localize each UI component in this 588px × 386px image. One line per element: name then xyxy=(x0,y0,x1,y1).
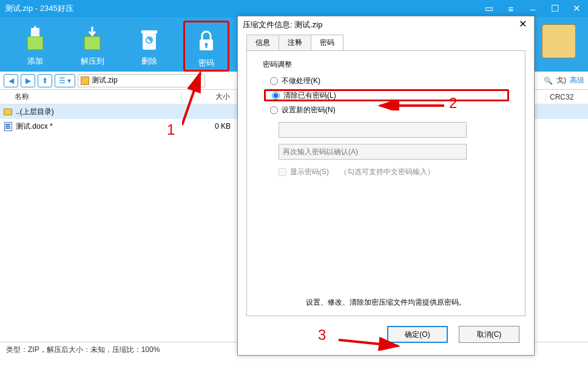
show-password-checkbox xyxy=(279,168,286,176)
window-title: 测试.zip - 2345好压 xyxy=(5,3,73,14)
password-field xyxy=(279,122,467,138)
svg-rect-7 xyxy=(206,45,208,48)
dialog-close-button[interactable]: ✕ xyxy=(516,18,529,32)
nav-advanced-link[interactable]: 高级 xyxy=(570,75,584,86)
lock-icon xyxy=(191,25,221,55)
file-size: 0 KB xyxy=(182,122,237,130)
nav-right: 🔍 戈) 高级 xyxy=(544,75,584,86)
add-icon xyxy=(20,23,50,53)
svg-rect-0 xyxy=(27,36,43,50)
tab-password[interactable]: 密码 xyxy=(311,35,343,50)
dialog-footnote: 设置、修改、清除加密压缩文件均需提供原密码。 xyxy=(238,297,534,308)
radio-none-input[interactable] xyxy=(270,77,278,85)
radio-clear-input[interactable] xyxy=(272,92,280,100)
toolbar-delete-label: 删除 xyxy=(141,56,157,67)
document-icon xyxy=(2,121,13,131)
nav-up-button[interactable]: ⬆ xyxy=(38,74,52,87)
nav-forward-button[interactable]: ▶ xyxy=(21,74,35,87)
nav-back-button[interactable]: ◀ xyxy=(4,74,18,87)
toolbar-extract-button[interactable]: 解压到 xyxy=(69,21,115,72)
tab-info[interactable]: 信息 xyxy=(246,35,279,50)
tab-panel: 密码调整 不做处理(K) 清除已有密码(L) 设置新的密码(N) 显示密码(S)… xyxy=(246,50,525,316)
radio-clear[interactable]: 清除已有密码(L) xyxy=(264,89,509,101)
app-logo-icon xyxy=(542,24,576,58)
nav-right-text: 戈) xyxy=(556,75,566,86)
ok-button[interactable]: 确定(O) xyxy=(387,326,448,343)
archive-info-dialog: 压缩文件信息: 测试.zip ✕ 信息 注释 密码 密码调整 不做处理(K) 清… xyxy=(237,16,535,356)
titlebar: 测试.zip - 2345好压 ▭ ≡ – ☐ ✕ xyxy=(0,0,588,17)
col-name[interactable]: 名称 xyxy=(0,92,182,102)
extract-icon xyxy=(77,23,107,53)
file-name: ..(上层目录) xyxy=(16,107,182,117)
address-bar[interactable]: 测试.zip xyxy=(78,74,205,87)
status-left: 类型：ZIP，解压后大小：未知，压缩比：100% xyxy=(6,345,160,355)
radio-none[interactable]: 不做处理(K) xyxy=(270,75,509,87)
toolbar-add-label: 添加 xyxy=(27,56,43,67)
show-password-label: 显示密码(S) xyxy=(290,167,329,177)
folder-icon xyxy=(2,107,13,117)
toolbar-password-label: 密码 xyxy=(198,58,214,69)
cancel-button[interactable]: 取消(C) xyxy=(459,326,519,343)
search-icon[interactable]: 🔍 xyxy=(544,76,553,85)
password-confirm-field xyxy=(279,144,467,160)
svg-rect-3 xyxy=(143,33,156,50)
group-title: 密码调整 xyxy=(263,59,509,70)
svg-rect-4 xyxy=(141,30,157,33)
radio-set-input[interactable] xyxy=(270,106,278,114)
nav-view-button[interactable]: ☰ ▾ xyxy=(55,74,75,87)
window-controls: ▭ ≡ – ☐ ✕ xyxy=(482,2,583,15)
menu-icon[interactable]: ≡ xyxy=(504,2,518,15)
svg-rect-2 xyxy=(84,36,100,50)
chat-icon[interactable]: ▭ xyxy=(482,2,496,15)
archive-icon xyxy=(81,76,89,85)
address-text: 测试.zip xyxy=(92,75,118,86)
radio-set-label: 设置新的密码(N) xyxy=(282,105,336,115)
col-crc[interactable]: CRC32 xyxy=(546,93,588,101)
dialog-actions: 确定(O) 取消(C) xyxy=(387,326,519,343)
show-password-hint: （勾选可支持中文密码输入） xyxy=(340,167,434,177)
tab-comment[interactable]: 注释 xyxy=(279,35,311,50)
maximize-button[interactable]: ☐ xyxy=(548,2,561,15)
radio-none-label: 不做处理(K) xyxy=(282,76,320,86)
file-name: 测试.docx * xyxy=(16,121,182,132)
dialog-tabs: 信息 注释 密码 xyxy=(246,35,525,50)
close-button[interactable]: ✕ xyxy=(570,2,583,15)
toolbar-delete-button[interactable]: 删除 xyxy=(126,21,172,72)
trash-icon xyxy=(134,23,164,53)
radio-set[interactable]: 设置新的密码(N) xyxy=(270,104,509,116)
dialog-title: 压缩文件信息: 测试.zip xyxy=(243,19,322,30)
toolbar-extract-label: 解压到 xyxy=(81,56,104,67)
toolbar-add-button[interactable]: 添加 xyxy=(12,21,58,72)
col-size[interactable]: 大小 xyxy=(182,92,237,102)
show-password-row: 显示密码(S) （勾选可支持中文密码输入） xyxy=(279,167,509,177)
minimize-button[interactable]: – xyxy=(526,2,539,15)
radio-clear-label: 清除已有密码(L) xyxy=(283,90,336,101)
dialog-titlebar: 压缩文件信息: 测试.zip ✕ xyxy=(238,16,534,33)
toolbar-password-button[interactable]: 密码 xyxy=(183,21,229,72)
